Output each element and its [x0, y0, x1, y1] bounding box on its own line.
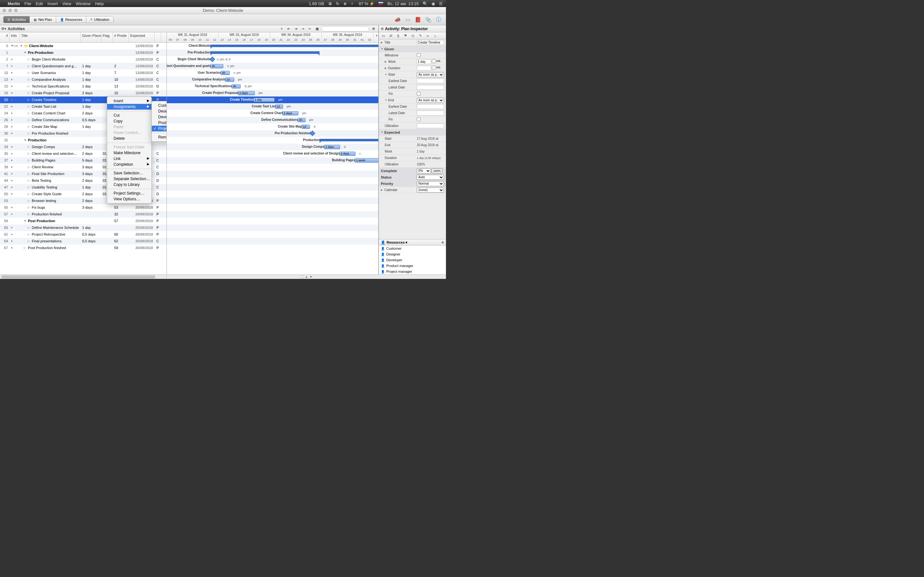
gantt-task-bar[interactable]: 1d	[225, 77, 234, 82]
gantt-summary-bar[interactable]	[210, 45, 378, 47]
table-row[interactable]: 60●▷Define Maintenance Schedule1 day25/0…	[0, 224, 166, 231]
menu-item[interactable]: ✓Project manager	[152, 126, 167, 131]
menu-item[interactable]: Project Settings…	[107, 190, 152, 196]
tab-utilization[interactable]: ⠿Utilization	[86, 16, 113, 23]
gantt-row[interactable]: Client Questionnaire and goals4hc; pm	[167, 63, 378, 69]
menu-item[interactable]: Copy	[107, 118, 152, 124]
insp-title-field[interactable]	[417, 40, 444, 45]
menu-file[interactable]: File	[24, 1, 31, 6]
flag-icon[interactable]: 🇷🇺	[378, 1, 383, 6]
gantt-row[interactable]: User Scenarios4hc; pm	[167, 69, 378, 76]
timemachine-icon[interactable]: ↻	[336, 1, 339, 6]
gantt-task-bar[interactable]: 1 day	[254, 98, 275, 102]
gantt-task-bar[interactable]: 4h	[221, 71, 230, 75]
menu-item[interactable]: Delete	[107, 135, 152, 141]
table-row[interactable]: 0⚑◷●▼📁Client-Website12/08/2018P	[0, 43, 166, 49]
gantt-row[interactable]: Begin Client Worksitec; pm; d; d	[167, 56, 378, 63]
resource-item[interactable]: 👤Developer	[379, 257, 446, 263]
layout-icon[interactable]: ▭	[404, 16, 412, 23]
battery-indicator[interactable]: 87 % ⚡	[359, 1, 375, 6]
col-info[interactable]: Info	[10, 32, 20, 42]
table-row[interactable]: 2●▷Begin Client Worksite12/08/2018C	[0, 56, 166, 63]
display-icon[interactable]: 🖥	[328, 1, 332, 6]
menu-item[interactable]: Insert▶	[107, 98, 152, 104]
insp-tool-1[interactable]: ▭	[380, 33, 387, 39]
gear-icon[interactable]: ⚙▾	[1, 27, 6, 31]
outdent-icon[interactable]: ⇤	[286, 26, 292, 31]
insp-complete-100-button[interactable]: 100%	[431, 168, 443, 173]
gantt-summary-bar[interactable]	[210, 51, 320, 54]
insp-earliest-field[interactable]	[417, 79, 444, 83]
settings-icon[interactable]: ⚙	[371, 26, 376, 31]
resource-item[interactable]: 👤Designer	[379, 251, 446, 257]
gantt-row[interactable]	[167, 218, 378, 224]
gantt-task-bar[interactable]: 4h	[210, 64, 223, 68]
gantt-task-bar[interactable]: 4h	[298, 118, 305, 122]
menu-item[interactable]: Link▶	[107, 156, 152, 161]
insp-tool-7[interactable]: ≡	[425, 33, 431, 39]
zoom-icon[interactable]: ⛶	[300, 275, 304, 279]
add-resource-button[interactable]: +	[441, 240, 444, 245]
gantt-row[interactable]: Client review and selection of Design2 d…	[167, 150, 378, 157]
gantt-row[interactable]	[167, 191, 378, 197]
gantt-row[interactable]: Design Comps2 daysd	[167, 143, 378, 150]
menu-item[interactable]: Make Milestone	[107, 150, 152, 156]
announce-icon[interactable]: 📣	[393, 16, 402, 23]
gantt-row[interactable]	[167, 184, 378, 191]
gantt-task-bar[interactable]: 2 days	[238, 91, 255, 95]
insp-fix2-check[interactable]	[417, 117, 421, 121]
insp-duration-est[interactable]	[432, 66, 436, 69]
gantt-row[interactable]: Building Pages1 week	[167, 157, 378, 164]
memory-indicator[interactable]: 1.69 GB	[309, 1, 325, 6]
table-row[interactable]: 7●▷Client Questionnaire and g…1 day213/0…	[0, 63, 166, 69]
horizontal-scrollbar[interactable]	[0, 275, 167, 279]
gantt-row[interactable]: Create Content Chart2 dayspm	[167, 110, 378, 117]
table-row[interactable]: 64●▷Final presentations0,5 days6226/09/2…	[0, 238, 166, 245]
link-icon[interactable]: ⇢	[300, 26, 306, 31]
bluetooth-icon[interactable]: ⋇	[343, 1, 347, 6]
col-p[interactable]	[155, 32, 161, 42]
gantt-row[interactable]: Production	[167, 137, 378, 143]
table-row[interactable]: 55●▷Fix bugs3 days5320/09/2018P	[0, 204, 166, 211]
gantt-row[interactable]: Define Communications4hpm	[167, 117, 378, 123]
tab-activities[interactable]: ☰Activities	[3, 16, 30, 23]
insp-priority-select[interactable]: Normal	[417, 181, 444, 186]
resources-title[interactable]: Resources ▾	[387, 240, 407, 245]
table-row[interactable]: 13●▷Comparative Analysis1 day1014/08/201…	[0, 76, 166, 83]
gantt-task-bar[interactable]: 2 days	[339, 152, 355, 156]
app-name[interactable]: Merlin	[8, 1, 20, 6]
info-icon[interactable]: ⓘ	[435, 16, 443, 23]
gantt-row[interactable]	[167, 177, 378, 184]
gantt-task-bar[interactable]: 2 days	[324, 145, 340, 149]
gantt-row[interactable]	[167, 238, 378, 245]
gantt-row[interactable]	[167, 231, 378, 238]
gantt-row[interactable]: Create Site Map1dd	[167, 123, 378, 130]
table-row[interactable]: 57●▷Production finished3224/09/2018P	[0, 211, 166, 218]
insp-util-field[interactable]	[417, 123, 444, 128]
tab-resources[interactable]: 👤Resources	[56, 16, 87, 23]
gear-icon[interactable]: ⚙	[381, 27, 384, 31]
gantt-task-bar[interactable]: 4h	[232, 84, 241, 89]
table-row[interactable]: 67●▷Post Production finished5926/09/2018…	[0, 245, 166, 251]
table-row[interactable]: 62●▷Project Retrospective0,5 days6026/09…	[0, 231, 166, 238]
insp-start-select[interactable]: As soon as p…	[417, 72, 444, 77]
insp-tool-2[interactable]: ⇄	[388, 33, 394, 39]
insp-tool-3[interactable]: $	[395, 33, 401, 39]
col-title[interactable]: Title	[20, 32, 81, 42]
insp-end-select[interactable]: As soon as p…	[417, 98, 444, 103]
gantt-row[interactable]	[167, 204, 378, 211]
add-icon[interactable]: +	[279, 26, 284, 31]
table-row[interactable]: 59▼Post Production5725/09/2018P	[0, 218, 166, 224]
insp-calendar-select[interactable]: (none)	[417, 187, 444, 193]
gantt-task-bar[interactable]: 1d	[302, 125, 310, 129]
menu-item[interactable]: Product manager	[152, 120, 167, 126]
menu-item[interactable]: Assignments▶	[107, 104, 152, 110]
indent-icon[interactable]: ⇥	[293, 26, 299, 31]
gantt-row[interactable]: Comparative Analysis1dpm	[167, 76, 378, 83]
gantt-row[interactable]: Create Timeline1 daypm	[167, 97, 378, 103]
gantt-row[interactable]: Pre-Production	[167, 49, 378, 56]
gantt-row[interactable]: Create Tast List1dpm	[167, 103, 378, 110]
unlink-icon[interactable]: ⇠	[307, 26, 313, 31]
gantt-row[interactable]: Create Project Proposal2 dayspm	[167, 90, 378, 97]
zoom-icon-3[interactable]: ▼	[309, 275, 312, 279]
